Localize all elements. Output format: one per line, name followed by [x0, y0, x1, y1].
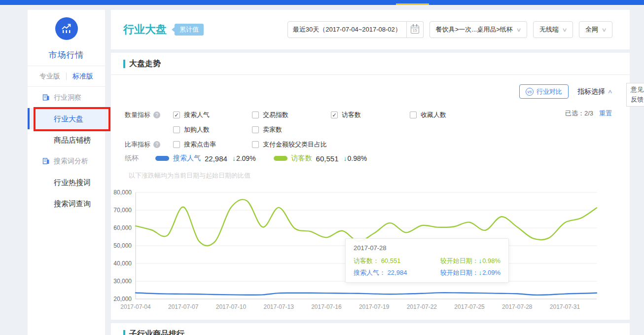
checkbox-checked-icon[interactable]: ✓ [173, 112, 180, 118]
active-tab-indicator [396, 3, 429, 5]
trend-section: 大盘走势 vs 行业对比 指标选择 ∧ 已选：2/3重置 数量指标?✓搜索人气交… [111, 53, 630, 320]
legend-series-name: 访客数 [291, 154, 312, 163]
metrics-panel: 数量指标?✓搜索人气交易指数✓访客数收藏人数加购人数卖家数比率指标?搜索点击率支… [125, 108, 499, 152]
tab-divider [66, 73, 67, 80]
calendar-button[interactable]: 15 [407, 21, 424, 38]
metric-checkbox[interactable]: 卖家数 [252, 122, 331, 137]
chevron-down-icon: ∨ [562, 27, 567, 33]
page-title: 行业大盘 [123, 22, 167, 37]
section-title: 子行业商品排行 [129, 329, 184, 335]
checkbox-icon[interactable] [252, 141, 259, 148]
metric-select-label: 指标选择 [577, 87, 605, 96]
tooltip-date: 2017-07-28 [354, 244, 501, 252]
checkbox-icon[interactable] [173, 126, 180, 133]
legend-item-search-popularity[interactable]: 搜索人气 22,984 ↓2.09% [155, 154, 256, 163]
x-axis-tick-label: 2017-07-25 [454, 303, 485, 310]
sidebar-item-industry-overview[interactable]: 行业大盘 [28, 108, 105, 129]
app-title: 市场行情 [28, 49, 105, 61]
page-header: 行业大盘 累计值 最近30天（2017-07-04~2017-08-02） 15… [111, 10, 630, 49]
terminal-value: 无线端 [539, 25, 559, 34]
divider [111, 74, 630, 75]
date-range-group: 最近30天（2017-07-04~2017-08-02） 15 [287, 21, 424, 38]
metric-label: 收藏人数 [421, 111, 446, 119]
question-icon[interactable]: ? [153, 141, 160, 148]
metric-label: 卖家数 [263, 125, 282, 134]
sidebar-group-search-analysis[interactable]: 搜索词分析 [28, 150, 105, 172]
sidebar-item-search-word-query[interactable]: 搜索词查询 [28, 193, 105, 214]
y-axis-tick-label: 40,000 [113, 260, 132, 267]
chart-tooltip: 2017-07-28 访客数： 60,551 较开始日期：↓0.98% 搜索人气… [345, 238, 509, 283]
checkbox-icon[interactable] [173, 141, 180, 148]
next-section: 子行业商品排行 [111, 323, 630, 335]
x-axis-tick-label: 2017-07-16 [311, 303, 342, 310]
x-axis-tick-label: 2017-07-28 [502, 303, 533, 310]
y-axis-tick-label: 80,000 [113, 189, 132, 196]
sidebar-group-industry-insight[interactable]: 行业洞察 [28, 87, 105, 108]
metric-checkbox[interactable]: 交易指数 [252, 108, 331, 122]
sidebar-group-label: 搜索词分析 [54, 157, 88, 166]
metric-checkbox[interactable]: ✓访客数 [331, 108, 410, 122]
app-logo [28, 17, 105, 40]
section-tick-bar [123, 60, 125, 68]
category-dropdown[interactable]: 餐饮具>一次...桌用品>纸杯 ∨ [429, 21, 527, 38]
metric-label: 搜索点击率 [184, 140, 216, 149]
metric-group-label: 比率指标? [125, 137, 173, 152]
tab-standard[interactable]: 标准版 [72, 72, 93, 81]
search-popularity-line [136, 293, 597, 295]
metric-checkbox[interactable]: ✓搜索人气 [173, 108, 252, 122]
question-icon[interactable]: ? [153, 112, 160, 118]
vs-icon: vs [526, 88, 534, 96]
industry-compare-button[interactable]: vs 行业对比 [519, 84, 569, 99]
header-controls: 最近30天（2017-07-04~2017-08-02） 15 餐饮具>一次..… [287, 21, 612, 38]
scope-value: 全网 [585, 25, 598, 34]
down-arrow-icon: ↓ [232, 154, 236, 162]
calendar-icon: 15 [411, 26, 419, 34]
compare-controls: vs 行业对比 指标选择 ∧ [519, 84, 612, 99]
sidebar-item-product-shop-rank[interactable]: 商品店铺榜 [28, 129, 105, 150]
category-icon [42, 157, 50, 165]
legend-series-name: 搜索人气 [173, 154, 201, 163]
selected-count: 已选：2/3 [565, 110, 593, 117]
legend-series-value: 22,984 [205, 154, 227, 163]
feedback-tab[interactable]: 意见 反馈 [626, 83, 644, 107]
metric-select-toggle[interactable]: 指标选择 ∧ [577, 87, 612, 96]
legend-item-visitors[interactable]: 访客数 60,551 ↓0.98% [274, 154, 367, 163]
checkbox-icon[interactable] [252, 126, 259, 133]
checkbox-checked-icon[interactable]: ✓ [331, 112, 338, 118]
chevron-down-icon: ∨ [601, 27, 607, 33]
tooltip-row-search-popularity: 搜索人气： 22,984 较开始日期：↓2.09% [354, 267, 501, 279]
chevron-up-icon: ∧ [607, 88, 612, 95]
sidebar-item-hot-search-words[interactable]: 行业热搜词 [28, 172, 105, 193]
checkbox-icon[interactable] [410, 112, 417, 118]
date-range-picker[interactable]: 最近30天（2017-07-04~2017-08-02） [287, 21, 407, 38]
y-axis-tick-label: 20,000 [113, 296, 132, 302]
x-axis-tick-label: 2017-07-31 [550, 303, 580, 310]
legend-series-change: ↓2.09% [232, 154, 256, 162]
legend-category: 纸杯 [125, 154, 139, 163]
metric-label: 访客数 [342, 111, 361, 119]
terminal-dropdown[interactable]: 无线端 ∨ [533, 21, 573, 38]
trend-logo-icon [55, 17, 78, 40]
compare-button-label: 行业对比 [537, 87, 562, 96]
y-axis-tick-label: 30,000 [113, 278, 132, 285]
metric-label: 加购人数 [184, 125, 210, 134]
metric-checkbox[interactable]: 加购人数 [173, 122, 252, 137]
legend-swatch [274, 156, 287, 161]
x-axis-tick-label: 2017-07-07 [168, 303, 199, 310]
tab-professional[interactable]: 专业版 [39, 72, 60, 81]
down-arrow-icon: ↓ [479, 257, 482, 264]
section-title: 大盘走势 [129, 59, 161, 69]
section-header: 子行业商品排行 [123, 329, 184, 335]
selected-row: 已选：2/3重置 [565, 109, 612, 118]
chevron-down-icon: ∨ [516, 27, 521, 33]
metric-checkbox[interactable]: 搜索点击率 [173, 137, 252, 152]
metric-checkbox[interactable]: 收藏人数 [410, 108, 489, 122]
x-axis-tick-label: 2017-07-19 [359, 303, 390, 310]
page: { "topbar": { "color": "#2368e4", "accen… [0, 0, 644, 335]
reset-button[interactable]: 重置 [599, 110, 612, 117]
checkbox-icon[interactable] [252, 112, 259, 118]
y-axis-tick-label: 50,000 [113, 242, 132, 249]
metric-checkbox[interactable]: 支付金额较父类目占比 [252, 137, 331, 152]
tooltip-row-visitors: 访客数： 60,551 较开始日期：↓0.98% [354, 255, 501, 267]
scope-dropdown[interactable]: 全网 ∨ [579, 21, 612, 38]
